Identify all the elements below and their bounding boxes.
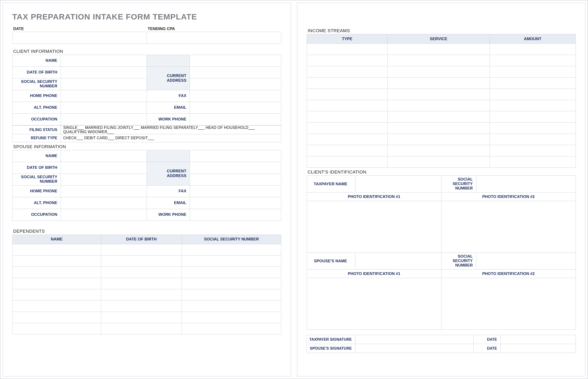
dependent-row[interactable] bbox=[13, 244, 281, 255]
client-name-input[interactable] bbox=[61, 55, 147, 66]
spouse-sig-label: SPOUSE'S SIGNATURE bbox=[307, 344, 355, 353]
refund-type-label: REFUND TYPE bbox=[13, 134, 61, 142]
client-email-input[interactable] bbox=[190, 102, 281, 113]
income-row[interactable] bbox=[307, 134, 576, 145]
spouse-address-input-3[interactable] bbox=[190, 174, 281, 185]
taxpayer-photoid1-box[interactable] bbox=[307, 201, 441, 253]
client-workphone-input[interactable] bbox=[190, 113, 281, 125]
client-occupation-label: OCCUPATION bbox=[13, 113, 61, 125]
income-row[interactable] bbox=[307, 55, 576, 66]
spouse-address-label: CURRENT ADDRESS bbox=[147, 162, 190, 185]
taxpayer-sig-date-input[interactable] bbox=[500, 335, 575, 344]
spouse-sig-input[interactable] bbox=[355, 344, 473, 353]
income-row[interactable] bbox=[307, 123, 576, 134]
dependent-row[interactable] bbox=[13, 278, 281, 289]
client-email-label: EMAIL bbox=[147, 102, 190, 113]
spouse-photoid1-box[interactable] bbox=[307, 278, 441, 330]
client-altphone-input[interactable] bbox=[61, 102, 147, 113]
spouse-altphone-input[interactable] bbox=[61, 197, 147, 209]
section-dependents: DEPENDENTS bbox=[13, 229, 281, 234]
spouse-sig-date-label: DATE bbox=[474, 344, 500, 353]
spouse-ssn-label: SOCIAL SECURITY NUMBER bbox=[13, 174, 61, 185]
spouse-ssn-input[interactable] bbox=[61, 174, 147, 185]
client-altphone-label: ALT. PHONE bbox=[13, 102, 61, 113]
taxpayer-name-input[interactable] bbox=[355, 176, 441, 192]
spouse-photoid2-label: PHOTO IDENTIFICATION #2 bbox=[441, 269, 575, 278]
section-client-id: CLIENT'S IDENTIFICATION bbox=[308, 170, 576, 175]
dependent-row[interactable] bbox=[13, 312, 281, 323]
taxpayer-sig-date-label: DATE bbox=[474, 335, 500, 344]
income-row[interactable] bbox=[307, 100, 576, 111]
spouse-workphone-input[interactable] bbox=[190, 209, 281, 221]
spouse-dob-input[interactable] bbox=[61, 162, 147, 174]
taxpayer-ssn-input[interactable] bbox=[476, 176, 575, 192]
spouse-fax-input[interactable] bbox=[190, 185, 281, 197]
spouse-photoid2-box[interactable] bbox=[441, 278, 575, 330]
date-label: DATE bbox=[13, 26, 147, 32]
date-input-cell[interactable] bbox=[13, 32, 147, 44]
refund-type-options[interactable]: CHECK___ DEBIT CARD___ DIRECT DEPOSIT___ bbox=[61, 134, 281, 142]
client-dob-label: DATE OF BIRTH bbox=[13, 66, 61, 78]
income-row[interactable] bbox=[307, 66, 576, 78]
client-address-input-2[interactable] bbox=[190, 66, 281, 78]
filing-refund-table: FILING STATUS SINGLE___ MARRIED FILING J… bbox=[12, 126, 281, 142]
client-occupation-input[interactable] bbox=[61, 113, 147, 125]
taxpayer-photoid2-label: PHOTO IDENTIFICATION #2 bbox=[441, 192, 575, 201]
taxpayer-name-label: TAXPAYER NAME bbox=[307, 176, 355, 192]
income-row[interactable] bbox=[307, 44, 576, 55]
income-row[interactable] bbox=[307, 111, 576, 123]
spouse-email-input[interactable] bbox=[190, 197, 281, 209]
filing-status-options[interactable]: SINGLE___ MARRIED FILING JOINTLY___ MARR… bbox=[61, 126, 281, 134]
section-spouse-info: SPOUSE INFORMATION bbox=[13, 144, 281, 149]
section-client-info: CLIENT INFORMATION bbox=[13, 49, 281, 54]
income-col-type: TYPE bbox=[307, 34, 388, 44]
income-row[interactable] bbox=[307, 156, 576, 168]
spouse-name-id-label: SPOUSE'S NAME bbox=[307, 253, 355, 269]
income-row[interactable] bbox=[307, 78, 576, 89]
client-fax-label: FAX bbox=[147, 90, 190, 102]
client-address-input-1[interactable] bbox=[190, 55, 281, 66]
dependent-row[interactable] bbox=[13, 255, 281, 267]
income-streams-table: TYPE SERVICE AMOUNT bbox=[307, 34, 576, 168]
client-address-label: CURRENT ADDRESS bbox=[147, 66, 190, 90]
client-ssn-input[interactable] bbox=[61, 78, 147, 90]
spouse-fax-label: FAX bbox=[147, 185, 190, 197]
client-id-table: TAXPAYER NAME SOCIAL SECURITY NUMBER PHO… bbox=[307, 175, 576, 330]
client-ssn-label: SOCIAL SECURITY NUMBER bbox=[13, 78, 61, 90]
document-viewport: TAX PREPARATION INTAKE FORM TEMPLATE DAT… bbox=[0, 0, 588, 379]
spouse-info-table: NAME DATE OF BIRTH CURRENT ADDRESS SOCIA… bbox=[12, 150, 281, 221]
spacer bbox=[147, 150, 190, 162]
spouse-address-input-2[interactable] bbox=[190, 162, 281, 174]
dependent-row[interactable] bbox=[13, 289, 281, 300]
dependent-row[interactable] bbox=[13, 267, 281, 278]
page-title: TAX PREPARATION INTAKE FORM TEMPLATE bbox=[12, 12, 281, 21]
spouse-name-input[interactable] bbox=[61, 150, 147, 162]
page-2: INCOME STREAMS TYPE SERVICE AMOUNT CLIEN… bbox=[297, 2, 586, 377]
dependents-col-name: NAME bbox=[13, 235, 101, 244]
spouse-ssn-id-input[interactable] bbox=[476, 253, 575, 269]
income-row[interactable] bbox=[307, 145, 576, 156]
dependent-row[interactable] bbox=[13, 300, 281, 312]
client-dob-input[interactable] bbox=[61, 66, 147, 78]
taxpayer-photoid2-box[interactable] bbox=[441, 201, 575, 253]
client-fax-input[interactable] bbox=[190, 90, 281, 102]
client-address-input-3[interactable] bbox=[190, 78, 281, 90]
income-row[interactable] bbox=[307, 89, 576, 100]
taxpayer-sig-input[interactable] bbox=[355, 335, 473, 344]
spouse-address-input-1[interactable] bbox=[190, 150, 281, 162]
spouse-homephone-input[interactable] bbox=[61, 185, 147, 197]
income-col-service: SERVICE bbox=[388, 34, 490, 44]
taxpayer-photoid1-label: PHOTO IDENTIFICATION #1 bbox=[307, 192, 441, 201]
dependent-row[interactable] bbox=[13, 323, 281, 334]
spouse-altphone-label: ALT. PHONE bbox=[13, 197, 61, 209]
spacer bbox=[147, 55, 190, 66]
spouse-sig-date-input[interactable] bbox=[500, 344, 575, 353]
section-income-streams: INCOME STREAMS bbox=[308, 28, 576, 33]
date-tending-table: DATE TENDING CPA bbox=[12, 26, 281, 44]
spouse-occupation-input[interactable] bbox=[61, 209, 147, 221]
client-homephone-input[interactable] bbox=[61, 90, 147, 102]
spouse-email-label: EMAIL bbox=[147, 197, 190, 209]
taxpayer-ssn-label: SOCIAL SECURITY NUMBER bbox=[441, 176, 476, 192]
tending-cpa-input-cell[interactable] bbox=[147, 32, 281, 44]
spouse-name-id-input[interactable] bbox=[355, 253, 441, 269]
